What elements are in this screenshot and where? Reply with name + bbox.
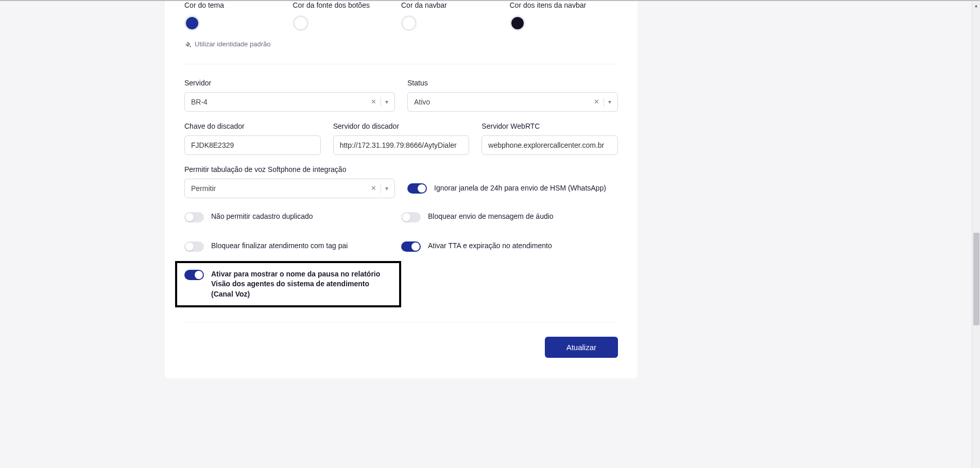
status-select[interactable]: Ativo ✕ ▾ bbox=[407, 92, 618, 112]
viewport: Cor do tema Cor da fonte dos botões Cor … bbox=[0, 0, 980, 468]
use-default-identity-link[interactable]: Utilizar identidade padrão bbox=[184, 40, 270, 48]
dialer-server-wrap bbox=[333, 135, 470, 155]
color-navbar-group: Cor da navbar bbox=[401, 1, 510, 31]
webrtc-server-label: Servidor WebRTC bbox=[482, 122, 618, 130]
color-button-font-label: Cor da fonte dos botões bbox=[293, 1, 402, 9]
voice-tab-group: Permitir tabulação de voz Softphone de i… bbox=[184, 165, 395, 198]
scroll-thumb[interactable] bbox=[973, 233, 979, 325]
dialer-key-input[interactable] bbox=[191, 136, 314, 154]
chevron-down-icon[interactable]: ▾ bbox=[608, 98, 611, 106]
webrtc-server-input[interactable] bbox=[488, 136, 611, 154]
status-group: Status Ativo ✕ ▾ bbox=[407, 79, 618, 112]
server-clear-icon[interactable]: ✕ bbox=[371, 98, 376, 106]
color-theme-label: Cor do tema bbox=[184, 1, 293, 9]
color-navbar-label: Cor da navbar bbox=[401, 1, 510, 9]
server-value: BR-4 bbox=[191, 98, 371, 106]
dialer-key-label: Chave do discador bbox=[184, 122, 321, 130]
color-row: Cor do tema Cor da fonte dos botões Cor … bbox=[184, 1, 618, 31]
toggle-grid: Não permitir cadastro duplicado Bloquear… bbox=[184, 202, 618, 261]
block-finish-toggle-item: Bloquear finalizar atendimento com tag p… bbox=[184, 232, 401, 261]
hsm-toggle-item: Ignorar janela de 24h para envio de HSM … bbox=[407, 165, 618, 198]
divider bbox=[184, 64, 618, 64]
color-navbar-items-label: Cor dos itens da navbar bbox=[510, 1, 618, 9]
block-audio-toggle-label: Bloquear envio de mensagem de áudio bbox=[428, 212, 554, 222]
use-default-identity-text: Utilizar identidade padrão bbox=[195, 40, 270, 48]
voice-tab-clear-icon[interactable]: ✕ bbox=[371, 184, 376, 192]
block-finish-toggle[interactable] bbox=[184, 241, 204, 252]
color-navbar-items-swatch[interactable] bbox=[510, 15, 525, 31]
chevron-down-icon[interactable]: ▾ bbox=[385, 98, 388, 106]
button-row: Atualizar bbox=[184, 337, 618, 358]
server-label: Servidor bbox=[184, 79, 395, 87]
block-finish-toggle-label: Bloquear finalizar atendimento com tag p… bbox=[211, 241, 348, 251]
voice-hsm-row: Permitir tabulação de voz Softphone de i… bbox=[184, 165, 618, 198]
block-audio-toggle[interactable] bbox=[401, 212, 421, 222]
chevron-down-icon[interactable]: ▾ bbox=[385, 185, 388, 192]
no-dup-toggle-item: Não permitir cadastro duplicado bbox=[184, 202, 401, 232]
server-select[interactable]: BR-4 ✕ ▾ bbox=[184, 92, 395, 112]
dialer-key-wrap bbox=[184, 135, 321, 155]
scroll-up-arrow-icon[interactable]: ▴ bbox=[972, 1, 980, 9]
tta-toggle-item: Ativar TTA e expiração no atendimento bbox=[401, 232, 618, 261]
no-dup-toggle[interactable] bbox=[184, 212, 204, 222]
color-button-font-swatch[interactable] bbox=[293, 15, 308, 31]
pause-name-toggle-label: Ativar para mostrar o nome da pausa no r… bbox=[211, 269, 392, 300]
pause-name-toggle[interactable] bbox=[184, 270, 204, 280]
dialer-server-input[interactable] bbox=[340, 136, 463, 154]
paint-bucket-icon bbox=[184, 41, 192, 48]
divider bbox=[184, 322, 618, 322]
color-navbar-items-group: Cor dos itens da navbar bbox=[510, 1, 618, 31]
server-group: Servidor BR-4 ✕ ▾ bbox=[184, 79, 395, 112]
voice-tab-select[interactable]: Permitir ✕ ▾ bbox=[184, 179, 395, 198]
color-navbar-swatch[interactable] bbox=[401, 15, 417, 31]
status-clear-icon[interactable]: ✕ bbox=[594, 98, 599, 106]
dialer-server-label: Servidor do discador bbox=[333, 122, 470, 130]
update-button[interactable]: Atualizar bbox=[545, 337, 618, 358]
dialer-server-group: Servidor do discador bbox=[333, 122, 470, 155]
webrtc-server-group: Servidor WebRTC bbox=[482, 122, 618, 155]
status-value: Ativo bbox=[414, 98, 594, 106]
color-button-font-group: Cor da fonte dos botões bbox=[293, 1, 402, 31]
pause-name-highlight-box: Ativar para mostrar o nome da pausa no r… bbox=[175, 261, 401, 308]
voice-tab-value: Permitir bbox=[191, 184, 371, 193]
status-label: Status bbox=[407, 79, 618, 87]
hsm-toggle[interactable] bbox=[407, 183, 427, 194]
settings-card: Cor do tema Cor da fonte dos botões Cor … bbox=[165, 1, 638, 378]
dialer-key-group: Chave do discador bbox=[184, 122, 321, 155]
hsm-toggle-label: Ignorar janela de 24h para envio de HSM … bbox=[434, 183, 606, 194]
no-dup-toggle-label: Não permitir cadastro duplicado bbox=[211, 212, 313, 222]
tta-toggle-label: Ativar TTA e expiração no atendimento bbox=[428, 241, 552, 251]
color-theme-swatch[interactable] bbox=[184, 15, 200, 31]
color-theme-group: Cor do tema bbox=[184, 1, 293, 31]
webrtc-server-wrap bbox=[482, 135, 618, 155]
voice-tab-label: Permitir tabulação de voz Softphone de i… bbox=[184, 165, 395, 174]
server-status-row: Servidor BR-4 ✕ ▾ Status Ativo ✕ bbox=[184, 79, 618, 112]
block-audio-toggle-item: Bloquear envio de mensagem de áudio bbox=[401, 202, 618, 232]
scrollbar[interactable]: ▴ bbox=[972, 1, 980, 468]
tta-toggle[interactable] bbox=[401, 241, 421, 252]
dialer-row: Chave do discador Servidor do discador S… bbox=[184, 122, 618, 155]
